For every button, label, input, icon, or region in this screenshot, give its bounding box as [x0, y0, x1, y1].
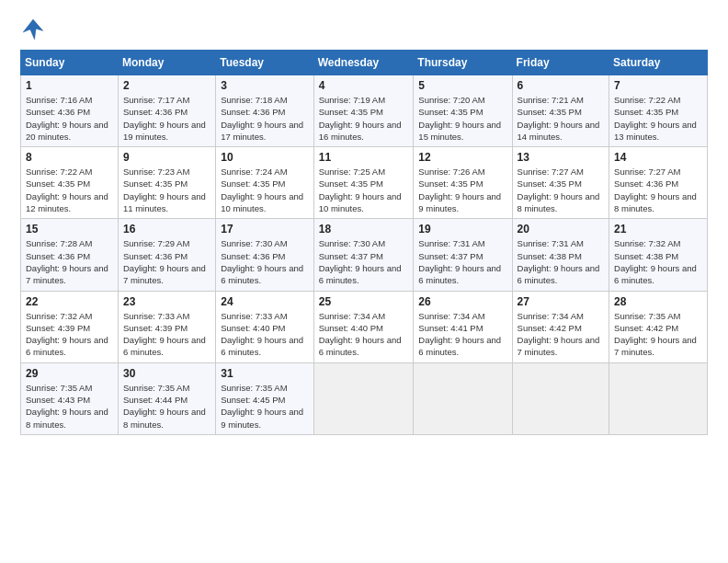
day-info: Sunrise: 7:35 AMSunset: 4:43 PMDaylight:…: [26, 382, 113, 431]
calendar-week-row: 1Sunrise: 7:16 AMSunset: 4:36 PMDaylight…: [21, 75, 708, 147]
calendar-cell: 13Sunrise: 7:27 AMSunset: 4:35 PMDayligh…: [512, 147, 609, 219]
calendar-cell: [414, 362, 512, 434]
calendar-cell: [512, 362, 609, 434]
calendar-cell: 9Sunrise: 7:23 AMSunset: 4:35 PMDaylight…: [118, 147, 215, 219]
day-number: 5: [418, 79, 506, 92]
day-number: 8: [26, 151, 113, 164]
day-info: Sunrise: 7:34 AMSunset: 4:40 PMDaylight:…: [319, 310, 409, 359]
calendar-cell: 4Sunrise: 7:19 AMSunset: 4:35 PMDaylight…: [313, 75, 414, 147]
calendar-cell: 20Sunrise: 7:31 AMSunset: 4:38 PMDayligh…: [512, 219, 609, 291]
day-info: Sunrise: 7:22 AMSunset: 4:35 PMDaylight:…: [26, 166, 113, 214]
calendar-cell: 24Sunrise: 7:33 AMSunset: 4:40 PMDayligh…: [216, 291, 314, 362]
calendar-cell: 27Sunrise: 7:34 AMSunset: 4:42 PMDayligh…: [512, 291, 609, 362]
weekday-header-tuesday: Tuesday: [216, 51, 314, 75]
weekday-header-row: SundayMondayTuesdayWednesdayThursdayFrid…: [21, 51, 708, 75]
day-number: 27: [518, 295, 604, 308]
header: [20, 17, 708, 42]
calendar-cell: 6Sunrise: 7:21 AMSunset: 4:35 PMDaylight…: [512, 75, 609, 147]
day-number: 15: [26, 223, 113, 236]
day-info: Sunrise: 7:30 AMSunset: 4:37 PMDaylight:…: [319, 237, 409, 286]
day-info: Sunrise: 7:27 AMSunset: 4:36 PMDaylight:…: [614, 166, 702, 214]
day-number: 26: [418, 295, 506, 308]
day-number: 29: [26, 367, 113, 380]
calendar-cell: 28Sunrise: 7:35 AMSunset: 4:42 PMDayligh…: [609, 291, 708, 362]
day-info: Sunrise: 7:17 AMSunset: 4:36 PMDaylight:…: [123, 94, 210, 143]
day-info: Sunrise: 7:25 AMSunset: 4:35 PMDaylight:…: [319, 166, 409, 214]
page: SundayMondayTuesdayWednesdayThursdayFrid…: [0, 0, 728, 563]
day-number: 16: [123, 223, 210, 236]
weekday-header-saturday: Saturday: [609, 51, 708, 75]
calendar-cell: 5Sunrise: 7:20 AMSunset: 4:35 PMDaylight…: [414, 75, 512, 147]
day-info: Sunrise: 7:18 AMSunset: 4:36 PMDaylight:…: [221, 94, 309, 143]
day-info: Sunrise: 7:32 AMSunset: 4:39 PMDaylight:…: [26, 310, 113, 359]
day-number: 11: [319, 151, 409, 164]
weekday-header-friday: Friday: [512, 51, 609, 75]
day-info: Sunrise: 7:31 AMSunset: 4:37 PMDaylight:…: [418, 237, 506, 286]
calendar-week-row: 29Sunrise: 7:35 AMSunset: 4:43 PMDayligh…: [21, 362, 708, 434]
calendar-cell: 17Sunrise: 7:30 AMSunset: 4:36 PMDayligh…: [216, 219, 314, 291]
day-number: 31: [221, 367, 309, 380]
day-number: 4: [319, 79, 409, 92]
calendar-cell: 19Sunrise: 7:31 AMSunset: 4:37 PMDayligh…: [414, 219, 512, 291]
day-info: Sunrise: 7:35 AMSunset: 4:44 PMDaylight:…: [123, 382, 210, 431]
day-info: Sunrise: 7:27 AMSunset: 4:35 PMDaylight:…: [518, 166, 604, 214]
day-number: 14: [614, 151, 702, 164]
day-info: Sunrise: 7:28 AMSunset: 4:36 PMDaylight:…: [26, 237, 113, 286]
weekday-header-monday: Monday: [118, 51, 215, 75]
day-info: Sunrise: 7:20 AMSunset: 4:35 PMDaylight:…: [418, 94, 506, 143]
day-number: 6: [518, 79, 604, 92]
day-info: Sunrise: 7:26 AMSunset: 4:35 PMDaylight:…: [418, 166, 506, 214]
calendar-week-row: 15Sunrise: 7:28 AMSunset: 4:36 PMDayligh…: [21, 219, 708, 291]
calendar-cell: 30Sunrise: 7:35 AMSunset: 4:44 PMDayligh…: [118, 362, 215, 434]
day-number: 30: [123, 367, 210, 380]
day-info: Sunrise: 7:19 AMSunset: 4:35 PMDaylight:…: [319, 94, 409, 143]
calendar-cell: 31Sunrise: 7:35 AMSunset: 4:45 PMDayligh…: [216, 362, 314, 434]
calendar-cell: 22Sunrise: 7:32 AMSunset: 4:39 PMDayligh…: [21, 291, 119, 362]
calendar-week-row: 22Sunrise: 7:32 AMSunset: 4:39 PMDayligh…: [21, 291, 708, 362]
calendar-cell: 26Sunrise: 7:34 AMSunset: 4:41 PMDayligh…: [414, 291, 512, 362]
day-info: Sunrise: 7:16 AMSunset: 4:36 PMDaylight:…: [26, 94, 113, 143]
day-number: 9: [123, 151, 210, 164]
day-number: 10: [221, 151, 309, 164]
calendar-table: SundayMondayTuesdayWednesdayThursdayFrid…: [20, 50, 708, 435]
day-number: 3: [221, 79, 309, 92]
calendar-cell: 2Sunrise: 7:17 AMSunset: 4:36 PMDaylight…: [118, 75, 215, 147]
calendar-cell: 29Sunrise: 7:35 AMSunset: 4:43 PMDayligh…: [21, 362, 119, 434]
calendar-cell: 18Sunrise: 7:30 AMSunset: 4:37 PMDayligh…: [313, 219, 414, 291]
calendar-cell: 14Sunrise: 7:27 AMSunset: 4:36 PMDayligh…: [609, 147, 708, 219]
day-info: Sunrise: 7:34 AMSunset: 4:42 PMDaylight:…: [518, 310, 604, 359]
day-number: 19: [418, 223, 506, 236]
weekday-header-wednesday: Wednesday: [313, 51, 414, 75]
logo: [20, 17, 50, 42]
calendar-cell: 1Sunrise: 7:16 AMSunset: 4:36 PMDaylight…: [21, 75, 119, 147]
day-number: 12: [418, 151, 506, 164]
day-number: 24: [221, 295, 309, 308]
day-number: 28: [614, 295, 702, 308]
day-info: Sunrise: 7:34 AMSunset: 4:41 PMDaylight:…: [418, 310, 506, 359]
calendar-cell: 11Sunrise: 7:25 AMSunset: 4:35 PMDayligh…: [313, 147, 414, 219]
day-info: Sunrise: 7:31 AMSunset: 4:38 PMDaylight:…: [518, 237, 604, 286]
calendar-cell: 16Sunrise: 7:29 AMSunset: 4:36 PMDayligh…: [118, 219, 215, 291]
day-number: 25: [319, 295, 409, 308]
day-number: 22: [26, 295, 113, 308]
day-number: 21: [614, 223, 702, 236]
calendar-cell: 23Sunrise: 7:33 AMSunset: 4:39 PMDayligh…: [118, 291, 215, 362]
calendar-cell: [313, 362, 414, 434]
day-info: Sunrise: 7:23 AMSunset: 4:35 PMDaylight:…: [123, 166, 210, 214]
day-info: Sunrise: 7:33 AMSunset: 4:39 PMDaylight:…: [123, 310, 210, 359]
day-info: Sunrise: 7:22 AMSunset: 4:35 PMDaylight:…: [614, 94, 702, 143]
day-info: Sunrise: 7:29 AMSunset: 4:36 PMDaylight:…: [123, 237, 210, 286]
day-info: Sunrise: 7:35 AMSunset: 4:45 PMDaylight:…: [221, 382, 309, 431]
day-number: 7: [614, 79, 702, 92]
day-number: 13: [518, 151, 604, 164]
weekday-header-sunday: Sunday: [21, 51, 119, 75]
day-number: 20: [518, 223, 604, 236]
day-number: 23: [123, 295, 210, 308]
calendar-cell: 7Sunrise: 7:22 AMSunset: 4:35 PMDaylight…: [609, 75, 708, 147]
calendar-cell: 10Sunrise: 7:24 AMSunset: 4:35 PMDayligh…: [216, 147, 314, 219]
calendar-cell: 25Sunrise: 7:34 AMSunset: 4:40 PMDayligh…: [313, 291, 414, 362]
day-info: Sunrise: 7:30 AMSunset: 4:36 PMDaylight:…: [221, 237, 309, 286]
day-info: Sunrise: 7:21 AMSunset: 4:35 PMDaylight:…: [518, 94, 604, 143]
calendar-cell: 8Sunrise: 7:22 AMSunset: 4:35 PMDaylight…: [21, 147, 119, 219]
day-number: 2: [123, 79, 210, 92]
